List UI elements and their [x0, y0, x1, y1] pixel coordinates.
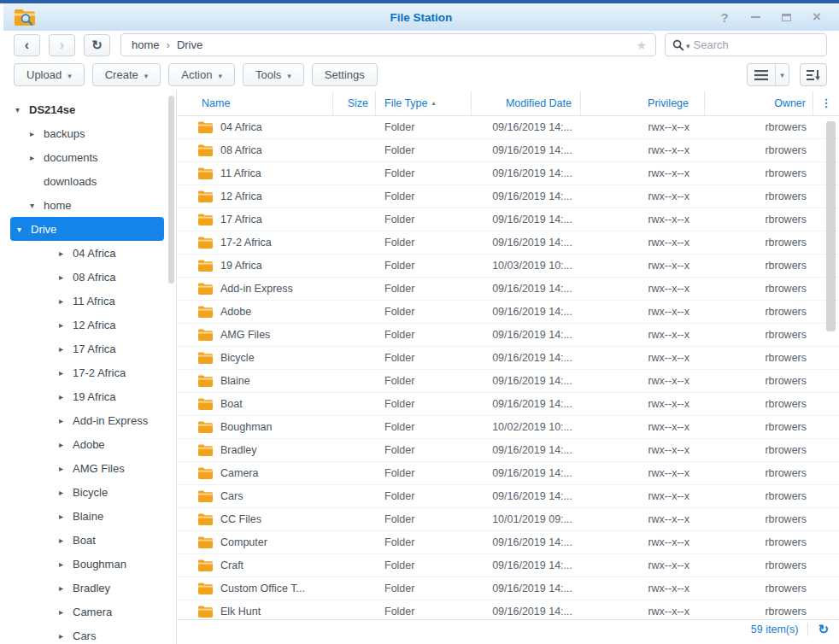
- table-row[interactable]: CameraFolder09/16/2019 14:...rwx--x--xrb…: [178, 462, 839, 485]
- chevron-right-icon[interactable]: ▸: [30, 129, 44, 138]
- chevron-right-icon[interactable]: ▸: [59, 536, 73, 545]
- sidebar-item-ds214se[interactable]: ▾DS214se: [3, 97, 164, 121]
- sidebar-item-home[interactable]: ▾home: [3, 193, 164, 217]
- chevron-right-icon[interactable]: ▸: [59, 344, 73, 354]
- list-view-icon[interactable]: [748, 64, 775, 85]
- breadcrumb[interactable]: home › Drive ★: [120, 33, 656, 56]
- favorite-star-icon[interactable]: ★: [636, 38, 647, 52]
- upload-button[interactable]: Upload▾: [14, 63, 85, 86]
- chevron-right-icon[interactable]: ▸: [59, 559, 73, 569]
- create-button[interactable]: Create▾: [92, 63, 161, 86]
- help-icon[interactable]: ?: [718, 10, 731, 24]
- titlebar[interactable]: File Station ? ×: [3, 3, 839, 31]
- table-row[interactable]: 17 AfricaFolder09/16/2019 14:...rwx--x--…: [178, 208, 839, 231]
- view-mode-button[interactable]: ▾: [747, 63, 789, 86]
- table-row[interactable]: CC FilesFolder10/01/2019 09:...rwx--x--x…: [178, 508, 839, 531]
- sidebar-scrollbar[interactable]: [168, 96, 174, 284]
- sidebar-item-adobe[interactable]: ▸Adobe: [3, 432, 164, 456]
- sidebar-item-08-africa[interactable]: ▸08 Africa: [3, 265, 164, 289]
- chevron-right-icon[interactable]: ▸: [59, 631, 73, 641]
- table-row[interactable]: CraftFolder09/16/2019 14:...rwx--x--xrbr…: [178, 554, 839, 577]
- chevron-right-icon[interactable]: ▸: [59, 296, 73, 306]
- table-row[interactable]: 17-2 AfricaFolder09/16/2019 14:...rwx--x…: [178, 231, 839, 255]
- search-box[interactable]: ▾: [665, 33, 827, 56]
- table-row[interactable]: BoatFolder09/16/2019 14:...rwx--x--xrbro…: [178, 393, 839, 416]
- chevron-right-icon[interactable]: ▸: [59, 488, 73, 497]
- sidebar-item-backups[interactable]: ▸backups: [3, 121, 164, 145]
- settings-button[interactable]: Settings: [312, 63, 378, 86]
- sidebar-item-11-africa[interactable]: ▸11 Africa: [3, 289, 164, 313]
- table-row[interactable]: BradleyFolder09/16/2019 14:...rwx--x--xr…: [178, 439, 839, 462]
- table-row[interactable]: BlaineFolder09/16/2019 14:...rwx--x--xrb…: [178, 370, 839, 393]
- column-header-modified-date[interactable]: Modified Date: [472, 91, 581, 115]
- table-row[interactable]: ComputerFolder09/16/2019 14:...rwx--x--x…: [178, 531, 839, 554]
- sidebar-item-17-2-africa[interactable]: ▸17-2 Africa: [3, 360, 164, 384]
- tools-button[interactable]: Tools▾: [243, 63, 304, 86]
- table-row[interactable]: 12 AfricaFolder09/16/2019 14:...rwx--x--…: [178, 185, 839, 208]
- sidebar-item-amg-files[interactable]: ▸AMG Files: [3, 456, 164, 480]
- column-options-button[interactable]: ⋮: [813, 91, 839, 115]
- table-row[interactable]: AdobeFolder09/16/2019 14:...rwx--x--xrbr…: [178, 301, 839, 324]
- table-row[interactable]: Custom Office T...Folder09/16/2019 14:..…: [178, 577, 839, 600]
- table-row[interactable]: Elk HuntFolder09/16/2019 14:...rwx--x--x…: [178, 600, 839, 620]
- chevron-down-icon[interactable]: ▾: [30, 201, 44, 210]
- chevron-right-icon[interactable]: ▸: [30, 153, 44, 162]
- chevron-right-icon[interactable]: ▸: [59, 368, 73, 378]
- chevron-right-icon[interactable]: ▸: [59, 583, 73, 593]
- sort-button[interactable]: [800, 63, 827, 86]
- column-header-size[interactable]: Size: [333, 91, 376, 115]
- chevron-right-icon[interactable]: ▸: [59, 249, 73, 258]
- table-row[interactable]: Add-in ExpressFolder09/16/2019 14:...rwx…: [178, 278, 839, 301]
- sidebar-item-17-africa[interactable]: ▸17 Africa: [3, 337, 164, 360]
- table-row[interactable]: BoughmanFolder10/02/2019 10:...rwx--x--x…: [178, 416, 839, 439]
- refresh-list-icon[interactable]: ↻: [818, 622, 829, 637]
- table-row[interactable]: BicycleFolder09/16/2019 14:...rwx--x--xr…: [178, 347, 839, 370]
- chevron-right-icon[interactable]: ▸: [59, 392, 73, 401]
- back-button[interactable]: ‹: [14, 34, 40, 56]
- sidebar-item-blaine[interactable]: ▸Blaine: [3, 504, 164, 528]
- table-scrollbar[interactable]: [826, 121, 836, 331]
- chevron-down-icon[interactable]: ▾: [15, 105, 29, 114]
- table-row[interactable]: CarsFolder09/16/2019 14:...rwx--x--xrbro…: [178, 485, 839, 508]
- column-header-filetype[interactable]: File Type ▴: [376, 91, 472, 115]
- refresh-button[interactable]: ↻: [84, 34, 110, 56]
- sidebar-item-add-in-express[interactable]: ▸Add-in Express: [3, 408, 164, 432]
- search-options-caret-icon[interactable]: ▾: [686, 42, 690, 50]
- column-header-name[interactable]: Name: [178, 91, 333, 115]
- sidebar-item-drive[interactable]: ▾Drive: [10, 217, 164, 241]
- sidebar-item-bicycle[interactable]: ▸Bicycle: [3, 480, 164, 504]
- column-header-owner[interactable]: Owner: [705, 91, 813, 115]
- maximize-icon[interactable]: [779, 10, 793, 24]
- table-row[interactable]: 11 AfricaFolder09/16/2019 14:...rwx--x--…: [178, 162, 839, 185]
- chevron-right-icon[interactable]: ▸: [59, 416, 73, 425]
- breadcrumb-home[interactable]: home: [132, 38, 160, 51]
- table-row[interactable]: 04 AfricaFolder09/16/2019 14:...rwx--x--…: [178, 116, 839, 139]
- close-icon[interactable]: ×: [810, 10, 824, 24]
- column-header-privilege[interactable]: Privilege: [581, 91, 705, 115]
- action-button[interactable]: Action▾: [168, 63, 235, 86]
- chevron-down-icon[interactable]: ▾: [17, 225, 31, 234]
- table-row[interactable]: 08 AfricaFolder09/16/2019 14:...rwx--x--…: [178, 139, 839, 162]
- sidebar-item-downloads[interactable]: downloads: [3, 169, 164, 193]
- table-row[interactable]: AMG FilesFolder09/16/2019 14:...rwx--x--…: [178, 324, 839, 347]
- sidebar-item-04-africa[interactable]: ▸04 Africa: [3, 241, 164, 265]
- table-row[interactable]: 19 AfricaFolder10/03/2019 10:...rwx--x--…: [178, 255, 839, 278]
- chevron-right-icon[interactable]: ▸: [59, 320, 73, 330]
- minimize-icon[interactable]: [748, 10, 762, 24]
- chevron-right-icon[interactable]: ▸: [59, 607, 73, 617]
- sidebar-item-cars[interactable]: ▸Cars: [3, 624, 164, 644]
- sidebar-item-12-africa[interactable]: ▸12 Africa: [3, 313, 164, 337]
- chevron-right-icon[interactable]: ▸: [59, 464, 73, 473]
- sidebar-item-boat[interactable]: ▸Boat: [3, 528, 164, 552]
- search-input[interactable]: [694, 38, 819, 51]
- sidebar-item-camera[interactable]: ▸Camera: [3, 600, 164, 624]
- sidebar-item-boughman[interactable]: ▸Boughman: [3, 552, 164, 576]
- view-mode-caret-icon[interactable]: ▾: [775, 64, 789, 85]
- sidebar-item-documents[interactable]: ▸documents: [3, 145, 164, 169]
- search-icon[interactable]: [672, 39, 684, 51]
- sidebar-item-bradley[interactable]: ▸Bradley: [3, 576, 164, 600]
- forward-button[interactable]: ›: [49, 34, 75, 56]
- sidebar-item-19-africa[interactable]: ▸19 Africa: [3, 384, 164, 408]
- chevron-right-icon[interactable]: ▸: [59, 440, 73, 449]
- chevron-right-icon[interactable]: ▸: [59, 512, 73, 521]
